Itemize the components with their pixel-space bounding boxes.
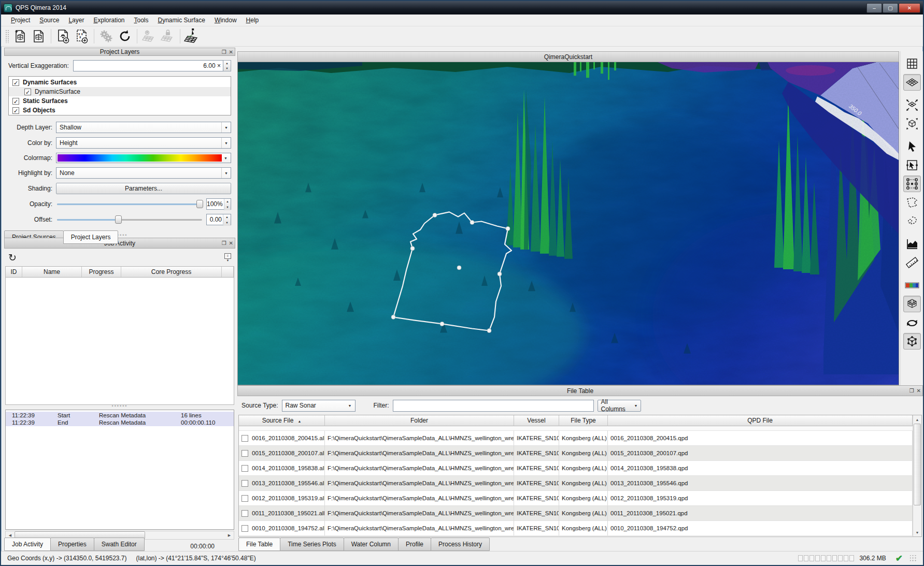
row-checkbox[interactable] — [241, 450, 248, 457]
scroll-down-icon[interactable]: ▼ — [913, 528, 921, 536]
row-checkbox[interactable] — [241, 480, 248, 487]
columns-filter-combo[interactable]: All Columns▼ — [598, 400, 641, 412]
shading-parameters-button[interactable]: Parameters... — [56, 183, 231, 194]
colormap-combo[interactable]: ▼ — [56, 153, 231, 163]
tab-profile[interactable]: Profile — [398, 538, 431, 551]
checkbox-checked[interactable]: ✓ — [12, 98, 19, 105]
vertical-exaggeration-stepper[interactable]: ▲▼ — [223, 60, 231, 71]
layer-tree-item-dynamicsurface[interactable]: ✓DynamicSurface — [9, 87, 231, 96]
tab-swath-editor[interactable]: Swath Editor — [94, 538, 145, 551]
scroll-right-icon[interactable]: ▶ — [225, 531, 234, 539]
table-row[interactable]: 0012_20110308_195319.all F:\QimeraQuicks… — [239, 491, 921, 506]
column-header-id[interactable]: ID — [6, 267, 22, 277]
zoom-extents-surface-icon[interactable] — [903, 97, 921, 113]
scroll-up-icon[interactable]: ▲ — [913, 415, 921, 424]
menu-source[interactable]: Source — [35, 15, 64, 25]
colorbar-icon[interactable] — [903, 277, 921, 294]
new-project-icon[interactable] — [11, 27, 30, 45]
table-row[interactable]: 0011_20110308_195021.all F:\QimeraQuicks… — [239, 506, 921, 521]
close-panel-icon[interactable]: ✕ — [229, 240, 233, 246]
locked-surface-icon[interactable] — [159, 27, 177, 45]
refresh-icon[interactable] — [116, 27, 134, 45]
layer-tree-item-static-surfaces[interactable]: ✓Static Surfaces — [9, 96, 231, 106]
tab-process-history[interactable]: Process History — [431, 538, 490, 551]
add-processed-points-files-icon[interactable]: x xx — [73, 27, 91, 45]
toolbar-drag-handle[interactable] — [5, 30, 9, 43]
menu-layer[interactable]: Layer — [64, 15, 89, 25]
surface-3d-grid-icon[interactable] — [903, 296, 921, 312]
menu-project[interactable]: Project — [6, 15, 35, 25]
layer-tree-item-dynamic-surfaces[interactable]: ✓Dynamic Surfaces — [9, 78, 231, 87]
table-row[interactable]: 0010_20110308_194752.all F:\QimeraQuicks… — [239, 521, 921, 536]
column-header-folder[interactable]: Folder — [325, 415, 514, 426]
offset-spinbox[interactable]: 0.00▲▼ — [206, 214, 231, 225]
tab-project-layers[interactable]: Project Layers — [63, 230, 119, 244]
checkbox-checked[interactable]: ✓ — [12, 79, 19, 86]
table-row[interactable]: 0016_20110308_200415.all F:\QimeraQuicks… — [239, 431, 921, 446]
create-dynamic-surface-icon[interactable] — [140, 27, 159, 45]
maximize-button[interactable]: ▢ — [883, 3, 898, 13]
checkbox-checked[interactable]: ✓ — [12, 107, 19, 114]
close-button[interactable]: ✕ — [899, 3, 920, 13]
column-header-progress[interactable]: Progress — [82, 267, 121, 277]
job-log-options-icon[interactable]: ≡▼ — [224, 253, 231, 262]
close-panel-icon[interactable]: ✕ — [229, 49, 233, 55]
row-checkbox[interactable] — [241, 510, 248, 517]
vertical-scrollbar[interactable]: ▲ ▼ — [913, 415, 921, 536]
offset-slider-handle[interactable] — [115, 215, 122, 224]
source-type-combo[interactable]: Raw Sonar▼ — [282, 400, 356, 412]
log-row[interactable]: 11:22:39EndRescan Metadata00:00:00.110 — [6, 419, 234, 426]
rotate-view-icon[interactable] — [903, 314, 921, 331]
tab-properties[interactable]: Properties — [50, 538, 94, 551]
table-row[interactable]: 0015_20110308_200107.all F:\QimeraQuicks… — [239, 446, 921, 461]
float-panel-icon[interactable]: ❐ — [222, 49, 226, 55]
close-panel-icon[interactable]: ✕ — [917, 388, 921, 394]
float-panel-icon[interactable]: ❐ — [222, 240, 226, 246]
offset-slider[interactable] — [56, 215, 203, 224]
dock-splitter[interactable]: •••••• — [4, 234, 235, 238]
view-2d-grid-icon[interactable] — [903, 55, 921, 72]
column-header-source-file[interactable]: Source File▲ — [239, 415, 325, 426]
opacity-spinbox[interactable]: 100%▲▼ — [206, 198, 231, 210]
column-header-file-type[interactable]: File Type — [559, 415, 608, 426]
opacity-slider[interactable] — [56, 199, 203, 209]
resize-grip[interactable] — [910, 555, 917, 562]
bathymetry-3d-view[interactable]: 350.0 — [237, 62, 899, 385]
column-header-qpd-file[interactable]: QPD File — [608, 415, 913, 426]
open-project-icon[interactable] — [30, 27, 48, 45]
menu-tools[interactable]: Tools — [129, 15, 153, 25]
view-3d-plane-icon[interactable] — [903, 74, 921, 91]
depth-layer-combo[interactable]: Shallow▼ — [56, 122, 231, 133]
color-by-combo[interactable]: Height▼ — [56, 137, 231, 149]
menu-dynamic-surface[interactable]: Dynamic Surface — [153, 15, 210, 25]
row-checkbox[interactable] — [241, 495, 248, 502]
row-checkbox[interactable] — [241, 465, 248, 472]
scrollbar-thumb[interactable] — [914, 424, 921, 505]
table-row[interactable]: 0014_20110308_195838.all F:\QimeraQuicks… — [239, 461, 921, 476]
filter-input[interactable] — [393, 400, 594, 412]
add-raw-sonar-files-icon[interactable] — [54, 27, 73, 45]
vertical-exaggeration-input[interactable]: 6.00 × — [73, 60, 223, 71]
opacity-slider-handle[interactable] — [196, 200, 203, 208]
column-header-vessel[interactable]: Vessel — [514, 415, 559, 426]
dock-splitter[interactable]: •••••• — [4, 405, 235, 409]
table-row[interactable]: 0013_20110308_195546.all F:\QimeraQuicks… — [239, 476, 921, 491]
job-refresh-icon[interactable]: ↺ — [8, 252, 17, 264]
tab-file-table[interactable]: File Table — [238, 538, 280, 551]
column-header-core-progress[interactable]: Core Progress — [121, 267, 222, 277]
column-header-name[interactable]: Name — [22, 267, 82, 277]
draw-surface-icon[interactable] — [183, 27, 202, 45]
menu-exploration[interactable]: Exploration — [89, 15, 129, 25]
menu-window[interactable]: Window — [210, 15, 241, 25]
highlight-by-combo[interactable]: None▼ — [56, 167, 231, 179]
layer-tree-item-sd-objects[interactable]: ✓Sd Objects — [9, 106, 231, 115]
measure-ruler-icon[interactable] — [903, 254, 921, 271]
checkbox-checked[interactable]: ✓ — [24, 89, 31, 95]
select-polygon-icon[interactable] — [903, 194, 921, 211]
profile-chart-icon[interactable] — [903, 236, 921, 252]
row-checkbox[interactable] — [241, 435, 248, 442]
select-cursor-icon[interactable] — [903, 138, 921, 155]
processing-settings-icon[interactable] — [97, 27, 116, 45]
float-panel-icon[interactable]: ❐ — [909, 388, 914, 394]
cube-vertices-icon[interactable] — [903, 333, 921, 350]
